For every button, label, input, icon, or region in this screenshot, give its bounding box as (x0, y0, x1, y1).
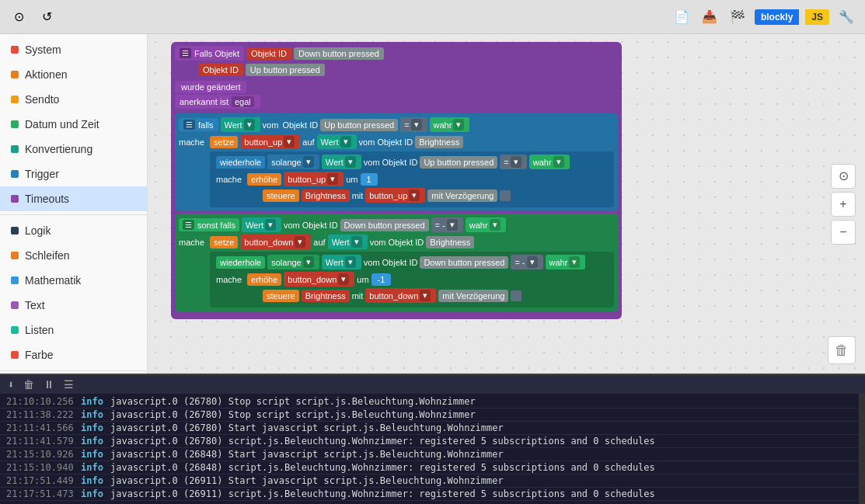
farbe-color-dot (11, 351, 19, 359)
sidebar-label-system: System (25, 43, 61, 56)
log-content: 21:10:10.256 info javascript.0 (26780) S… (0, 394, 859, 504)
flag-icon[interactable]: 🏁 (727, 6, 748, 28)
button-up-var-1[interactable]: button_up ▾ (240, 134, 300, 149)
solange-block-1[interactable]: solange ▾ (267, 155, 319, 169)
zoom-in-button[interactable]: + (831, 192, 856, 217)
log-time-2: 21:11:38.222 (6, 409, 76, 420)
log-msg-1: javascript.0 (26780) Stop script script.… (110, 396, 853, 407)
erhoehe-block-2[interactable]: erhöhe (247, 273, 281, 286)
wrench-icon[interactable]: 🔧 (835, 6, 857, 28)
anerkannt-ist-label: anerkannt ist (180, 97, 228, 106)
log-time-3: 21:11:41.566 (6, 422, 76, 433)
log-row: 21:17:51.449 info javascript.0 (26911) S… (0, 474, 859, 488)
trash-button[interactable]: 🗑 (828, 336, 856, 364)
mache-label-4: mache (216, 275, 242, 284)
sidebar-label-timeouts: Timeouts (25, 193, 69, 205)
wahr-block-4[interactable]: wahr ▾ (546, 255, 586, 269)
js-badge[interactable]: JS (805, 9, 829, 25)
log-time-7: 21:17:51.449 (6, 475, 76, 486)
equals-block-3[interactable]: = - ▾ (511, 255, 542, 269)
objekt-id-block-2[interactable]: Objekt ID (198, 64, 243, 76)
konvertierung-color-dot (11, 145, 19, 153)
egal-dropdown[interactable]: egal (232, 96, 254, 107)
log-msg-7: javascript.0 (26911) Start javascript sc… (110, 475, 853, 486)
sidebar-item-aktionen[interactable]: Aktionen (0, 62, 147, 87)
erhoehe-block-1[interactable]: erhöhe (247, 173, 281, 186)
refresh-icon[interactable]: ↺ (36, 6, 58, 28)
sidebar-item-logik[interactable]: Logik (0, 218, 147, 243)
canvas-area[interactable]: ☰ Falls Objekt Objekt ID Down button pre… (148, 34, 865, 374)
one-value-block[interactable]: 1 (361, 173, 378, 186)
aktionen-color-dot (11, 71, 19, 78)
wahr-block-1[interactable]: wahr ▾ (430, 117, 470, 132)
wert-block-3[interactable]: Wert ▾ (322, 155, 361, 169)
wurde-geaendert-block[interactable]: wurde geändert (175, 81, 246, 93)
wahr-block-2[interactable]: wahr ▾ (529, 155, 570, 169)
sidebar-item-listen[interactable]: Listen (0, 318, 147, 342)
log-level-8: info (81, 488, 106, 499)
sidebar-item-trigger[interactable]: Trigger (0, 162, 147, 186)
log-row: 21:11:41.579 info javascript.0 (26780) s… (0, 435, 859, 448)
sidebar-item-timeouts[interactable]: Timeouts (0, 186, 147, 211)
solange-block-2[interactable]: solange ▾ (267, 255, 319, 269)
setze-block-2[interactable]: setze (210, 236, 238, 249)
falls-objekt-block[interactable]: ☰ Falls Objekt Objekt ID Down button pre… (171, 42, 622, 319)
log-pause-btn[interactable]: ⏸ (40, 377, 58, 392)
wert-dropdown-1[interactable]: ▾ (244, 119, 255, 130)
down-btn-block-2: Down button pressed (420, 256, 508, 269)
sidebar-item-sendto[interactable]: Sendto (0, 87, 147, 112)
recenter-button[interactable]: ⊙ (831, 164, 856, 189)
minus-one-value-block[interactable]: -1 (371, 273, 392, 286)
button-down-var-2[interactable]: button_down ▾ (284, 272, 354, 287)
steuere-block-1[interactable]: steuere (263, 189, 299, 202)
button-down-var-1[interactable]: button_down ▾ (240, 235, 311, 249)
verzoegerung-checkbox-1[interactable] (500, 190, 511, 201)
verzoegerung-checkbox-2[interactable] (511, 290, 521, 301)
setze-block-1[interactable]: setze (210, 136, 238, 148)
wert-block-2[interactable]: Wert ▾ (317, 134, 357, 149)
wert-block-5[interactable]: Wert ▾ (328, 235, 368, 249)
button-up-var-2[interactable]: button_up ▾ (284, 172, 344, 186)
log-download-btn[interactable]: ⬇ (5, 377, 17, 392)
mache-label-3: mache (179, 238, 204, 247)
log-row: 21:17:51.473 info javascript.0 (26911) s… (0, 488, 859, 501)
wiederhole-block-1[interactable]: wiederhole (216, 156, 265, 169)
sidebar-item-mathematik[interactable]: Mathematik (0, 268, 147, 293)
import-icon[interactable]: 📥 (699, 6, 720, 28)
equals-block-1[interactable]: = ▾ (400, 117, 427, 132)
log-scrollbar[interactable] (859, 394, 865, 504)
sonst-falls-label: sonst falls (197, 221, 235, 230)
sidebar-item-system[interactable]: System (0, 37, 147, 62)
log-clear-btn[interactable]: 🗑 (20, 377, 37, 392)
steuere-block-2[interactable]: steuere (263, 290, 299, 302)
sonst-falls-block[interactable]: ☰ sonst falls (179, 218, 239, 231)
zoom-out-button[interactable]: − (831, 220, 856, 245)
wert-block-1[interactable]: Wert ▾ (221, 117, 260, 132)
log-menu-btn[interactable]: ☰ (61, 377, 77, 392)
sidebar-divider-2 (0, 370, 147, 371)
log-msg-2: javascript.0 (26780) Stop script script.… (110, 409, 853, 420)
vom-label-6: vom (364, 258, 380, 267)
falls-header-block[interactable]: ☰ falls (179, 118, 218, 131)
wiederhole-block-2[interactable]: wiederhole (216, 256, 265, 269)
blockly-badge[interactable]: blockly (755, 9, 799, 25)
button-down-var-3[interactable]: button_down ▾ (365, 288, 436, 303)
target-icon[interactable]: ⊙ (8, 6, 30, 28)
minus-eq-block[interactable]: = - ▾ (431, 217, 463, 232)
export-icon[interactable]: 📄 (671, 6, 692, 28)
sidebar-item-datum-und-zeit[interactable]: Datum und Zeit (0, 112, 147, 137)
objekt-id-block-1[interactable]: Objekt ID (246, 47, 291, 60)
wert-block-6[interactable]: Wert ▾ (322, 255, 361, 269)
sidebar-item-konvertierung[interactable]: Konvertierung (0, 137, 147, 162)
wert-block-4[interactable]: Wert ▾ (242, 217, 281, 232)
sidebar-item-text[interactable]: Text (0, 293, 147, 318)
sidebar-item-farbe[interactable]: Farbe (0, 342, 147, 367)
sidebar-item-schleifen[interactable]: Schleifen (0, 243, 147, 268)
button-up-var-3[interactable]: button_up ▾ (365, 188, 425, 203)
vom-label-1: vom (263, 120, 279, 130)
wahr-block-3[interactable]: wahr ▾ (466, 217, 506, 232)
canvas-controls: ⊙ + − (831, 164, 856, 245)
equals-block-2[interactable]: = ▾ (500, 155, 526, 169)
equals-dropdown-1[interactable]: ▾ (411, 119, 422, 130)
trigger-color-dot (11, 170, 19, 178)
